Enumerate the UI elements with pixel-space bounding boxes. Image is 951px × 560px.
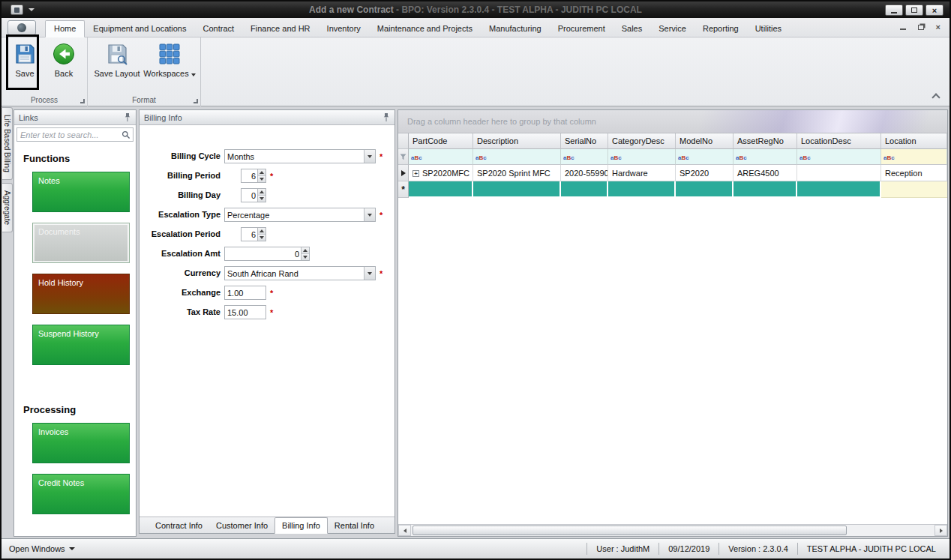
column-header-locationdesc[interactable]: LocationDesc	[797, 133, 881, 149]
new-cell-categorydesc[interactable]	[608, 181, 676, 198]
filter-cell-assetregno[interactable]: aBc	[734, 149, 797, 165]
new-cell-modelno[interactable]	[676, 181, 734, 198]
spin-up-icon[interactable]	[258, 228, 266, 234]
billing-period-spinner[interactable]	[241, 169, 266, 183]
column-header-categorydesc[interactable]: CategoryDesc	[608, 133, 676, 149]
ribbon-tab-reporting[interactable]: Reporting	[694, 21, 747, 37]
filter-cell-serialno[interactable]: aBc	[561, 149, 608, 165]
filter-cell-locationdesc[interactable]: aBc	[797, 149, 881, 165]
cell-assetregno[interactable]: AREG4500	[734, 165, 797, 181]
new-cell-partcode[interactable]	[409, 181, 473, 198]
mdi-close-icon[interactable]: ×	[936, 22, 940, 31]
save-layout-button[interactable]: Save Layout	[94, 40, 140, 79]
app-icon[interactable]	[10, 4, 23, 15]
cell-serialno[interactable]: 2020-559900	[561, 165, 608, 181]
expand-row-icon[interactable]: +	[412, 170, 419, 177]
column-header-serialno[interactable]: SerialNo	[561, 133, 608, 149]
tab-billing-info[interactable]: Billing Info	[274, 517, 328, 534]
ribbon-tab-service[interactable]: Service	[650, 21, 694, 37]
cell-modelno[interactable]: SP2020	[676, 165, 734, 181]
scroll-left-button[interactable]	[398, 525, 411, 536]
billing-day-spinner[interactable]	[241, 188, 266, 202]
horizontal-scrollbar[interactable]	[398, 524, 947, 536]
filter-cell-categorydesc[interactable]: aBc	[608, 149, 676, 165]
escalation-period-spinner[interactable]	[241, 227, 266, 241]
chevron-down-icon[interactable]	[364, 208, 375, 221]
escalation-amt-spinner[interactable]	[224, 247, 310, 261]
close-button[interactable]: ×	[926, 4, 944, 16]
credit-notes-button[interactable]: Credit Notes	[32, 474, 130, 514]
scroll-right-button[interactable]	[934, 525, 947, 536]
new-cell-locationdesc[interactable]	[797, 181, 881, 198]
cell-description[interactable]: SP2020 Sprint MFC	[473, 165, 561, 181]
mdi-minimize-icon[interactable]	[900, 28, 906, 30]
cell-location[interactable]: Reception	[881, 165, 947, 181]
maximize-button[interactable]	[905, 4, 923, 16]
spin-up-icon[interactable]	[258, 189, 266, 195]
column-header-partcode[interactable]: PartCode	[409, 133, 473, 149]
invoices-button[interactable]: Invoices	[32, 423, 130, 463]
scrollbar-track[interactable]	[411, 525, 934, 536]
ribbon-tab-home[interactable]: Home	[45, 20, 85, 37]
search-icon[interactable]	[122, 130, 130, 139]
spin-down-icon[interactable]	[258, 175, 266, 182]
spin-down-icon[interactable]	[258, 234, 266, 241]
pin-icon[interactable]	[124, 112, 131, 122]
tab-contract-info[interactable]: Contract Info	[148, 518, 209, 533]
workspaces-button[interactable]: Workspaces	[145, 40, 194, 79]
table-row[interactable]: +SP2020MFC SP2020 Sprint MFC 2020-559900…	[398, 165, 947, 181]
cell-locationdesc[interactable]	[797, 165, 881, 181]
minimize-button[interactable]	[885, 4, 903, 16]
tab-rental-info[interactable]: Rental Info	[328, 518, 381, 533]
currency-combo[interactable]	[224, 266, 376, 280]
cell-partcode[interactable]: +SP2020MFC	[409, 165, 473, 181]
side-tab-aggregate[interactable]: Aggregate	[2, 183, 13, 232]
escalation-type-combo[interactable]	[224, 208, 376, 222]
ribbon-tab-maintenance-and-projects[interactable]: Maintenance and Projects	[369, 21, 481, 37]
new-item-row[interactable]: *	[398, 181, 947, 198]
group-by-panel[interactable]: Drag a column header here to group by th…	[398, 110, 947, 133]
hold-history-button[interactable]: Hold History	[32, 274, 130, 314]
spin-up-icon[interactable]	[302, 247, 309, 253]
spin-up-icon[interactable]	[258, 169, 266, 175]
column-header-modelno[interactable]: ModelNo	[676, 133, 734, 149]
mdi-restore-icon[interactable]	[918, 25, 924, 30]
ribbon-tab-sales[interactable]: Sales	[614, 21, 651, 37]
new-cell-assetregno[interactable]	[734, 181, 797, 198]
filter-cell-modelno[interactable]: aBc	[676, 149, 734, 165]
tax-rate-field[interactable]	[224, 305, 266, 319]
spin-down-icon[interactable]	[258, 195, 266, 202]
column-header-location[interactable]: Location	[881, 133, 947, 149]
billing-cycle-combo[interactable]	[224, 149, 376, 163]
filter-cell-description[interactable]: aBc	[473, 149, 561, 165]
ribbon-tab-contract[interactable]: Contract	[195, 21, 243, 37]
quick-access-dropdown-icon[interactable]	[28, 8, 34, 11]
spin-down-icon[interactable]	[302, 253, 309, 260]
ribbon-tab-equipment-and-locations[interactable]: Equipment and Locations	[85, 21, 194, 37]
exchange-field[interactable]	[224, 286, 266, 300]
column-header-description[interactable]: Description	[473, 133, 561, 149]
new-cell-location[interactable]	[881, 181, 947, 198]
documents-button[interactable]: Documents	[32, 223, 130, 263]
ribbon-tab-procurement[interactable]: Procurement	[550, 21, 614, 37]
save-button[interactable]: Save	[8, 40, 42, 79]
search-input[interactable]	[17, 130, 122, 139]
filter-cell-location[interactable]: aBc	[881, 149, 947, 165]
ribbon-tab-utilities[interactable]: Utilities	[747, 21, 790, 37]
filter-cell-partcode[interactable]: aBc	[409, 149, 473, 165]
group-dialog-launcher-icon[interactable]	[194, 99, 198, 103]
open-windows-button[interactable]: Open Windows	[2, 544, 82, 553]
back-button[interactable]: Back	[46, 40, 81, 79]
ribbon-tab-manufacturing[interactable]: Manufacturing	[481, 21, 550, 37]
scrollbar-thumb[interactable]	[412, 526, 847, 535]
chevron-down-icon[interactable]	[364, 267, 375, 280]
side-tab-life-based-billing[interactable]: Life Based Billing	[2, 107, 13, 180]
pin-icon[interactable]	[382, 112, 390, 122]
chevron-down-icon[interactable]	[364, 150, 375, 163]
ribbon-tab-inventory[interactable]: Inventory	[319, 21, 369, 37]
new-cell-description[interactable]	[473, 181, 561, 198]
column-header-assetregno[interactable]: AssetRegNo	[734, 133, 797, 149]
suspend-history-button[interactable]: Suspend History	[32, 325, 130, 365]
notes-button[interactable]: Notes	[32, 172, 130, 212]
tab-customer-info[interactable]: Customer Info	[209, 518, 274, 533]
